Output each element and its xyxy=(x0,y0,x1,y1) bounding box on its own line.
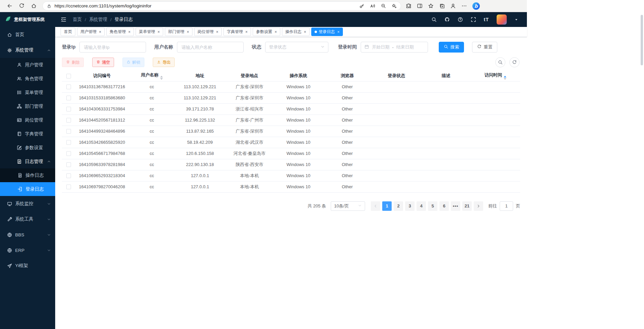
scrollbar-thumb[interactable] xyxy=(641,15,643,65)
page-button-3[interactable]: 3 xyxy=(405,201,415,211)
chevron-down-icon[interactable] xyxy=(514,18,518,22)
add-favorite-icon[interactable] xyxy=(392,3,397,8)
search-icon[interactable] xyxy=(431,17,437,22)
tab-role-management[interactable]: 角色管理× xyxy=(106,28,134,36)
read-aloud-icon[interactable] xyxy=(370,3,375,8)
table-row[interactable]: 1641043063331753984cc39.171.210.78浙江省-绍兴… xyxy=(62,103,520,114)
saved-passwords-icon[interactable] xyxy=(359,3,364,8)
close-icon[interactable]: × xyxy=(128,30,131,34)
table-row[interactable]: 1641031367863177216cc113.102.129.221广东省-… xyxy=(62,81,520,92)
unlock-button[interactable]: 解锁 xyxy=(122,58,144,67)
tab-menu-management[interactable]: 菜单管理× xyxy=(136,28,163,36)
tab-user-management[interactable]: 用户管理× xyxy=(77,28,105,36)
page-button-6[interactable]: 6 xyxy=(439,201,449,211)
row-checkbox[interactable] xyxy=(66,85,71,89)
status-select[interactable]: 登录状态 xyxy=(265,42,328,53)
prev-page-button[interactable] xyxy=(371,201,380,211)
toggle-search-button[interactable] xyxy=(495,57,505,67)
close-icon[interactable]: × xyxy=(157,30,160,34)
goto-page-input[interactable] xyxy=(500,201,513,211)
sidebar-item-post-management[interactable]: 岗位管理 xyxy=(0,113,55,127)
page-size-select[interactable]: 10条/页 xyxy=(331,201,365,211)
login-ip-input[interactable] xyxy=(79,42,146,53)
browser-home-button[interactable] xyxy=(29,1,39,11)
tab-login-log[interactable]: 登录日志× xyxy=(311,28,343,36)
table-row[interactable]: 1641053426655825920cc58.19.42.209湖北省-武汉市… xyxy=(62,137,520,148)
table-row[interactable]: 1641069798270046208cc127.0.0.1本地-本机Windo… xyxy=(62,181,520,192)
sidebar-item-dept-management[interactable]: 部门管理 xyxy=(0,99,55,113)
breadcrumb-item[interactable]: 系统管理 xyxy=(89,17,107,23)
github-icon[interactable] xyxy=(444,17,450,22)
sidebar-item-system-monitor[interactable]: 系统监控 xyxy=(0,196,55,211)
export-button[interactable]: 导出 xyxy=(153,58,175,67)
close-icon[interactable]: × xyxy=(245,30,248,34)
reset-button[interactable]: 重置 xyxy=(472,42,497,53)
site-info-lock-icon[interactable] xyxy=(47,4,51,8)
breadcrumb-item[interactable]: 首页 xyxy=(73,17,82,23)
sidebar-item-system-tools[interactable]: 系统工具 xyxy=(0,211,55,227)
sidebar-item-role-management[interactable]: 角色管理 xyxy=(0,72,55,86)
tab-dept-management[interactable]: 部门管理× xyxy=(165,28,192,36)
close-icon[interactable]: × xyxy=(275,30,277,34)
close-icon[interactable]: × xyxy=(99,30,101,34)
split-screen-icon[interactable] xyxy=(417,3,423,9)
tab-dict-management[interactable]: 字典管理× xyxy=(223,28,251,36)
close-icon[interactable]: × xyxy=(216,30,218,34)
page-button-5[interactable]: 5 xyxy=(428,201,437,211)
select-all-checkbox[interactable] xyxy=(66,74,71,78)
user-avatar[interactable] xyxy=(497,14,507,25)
row-checkbox[interactable] xyxy=(66,118,71,123)
browser-back-button[interactable] xyxy=(4,1,14,11)
sidebar-item-login-log[interactable]: 登录日志 xyxy=(0,182,55,196)
page-button-1[interactable]: 1 xyxy=(382,201,392,211)
favorites-icon[interactable] xyxy=(428,3,434,9)
row-checkbox[interactable] xyxy=(66,151,71,156)
close-icon[interactable]: × xyxy=(337,30,339,34)
table-row[interactable]: 1641069652933218304cc127.0.0.1本地-本机Windo… xyxy=(62,170,520,181)
user-name-input[interactable] xyxy=(177,42,244,53)
row-checkbox[interactable] xyxy=(66,162,71,167)
row-checkbox[interactable] xyxy=(66,129,71,134)
sidebar-item-log-management[interactable]: 日志管理 xyxy=(0,155,55,168)
row-checkbox[interactable] xyxy=(66,173,71,178)
row-checkbox[interactable] xyxy=(66,185,71,189)
sidebar-item-yi-framework[interactable]: Yi框架 xyxy=(0,258,55,273)
sidebar-item-user-management[interactable]: 用户管理 xyxy=(0,58,55,72)
zoom-out-icon[interactable] xyxy=(381,3,386,8)
clear-button[interactable]: 清空 xyxy=(92,58,114,67)
page-button-4[interactable]: 4 xyxy=(417,201,426,211)
close-icon[interactable]: × xyxy=(304,30,306,34)
font-size-icon[interactable]: tT xyxy=(484,17,489,22)
column-header-访问时间[interactable]: 访问时间 xyxy=(471,71,520,81)
row-checkbox[interactable] xyxy=(66,140,71,145)
sidebar-item-dict-management[interactable]: 字典管理 xyxy=(0,127,55,141)
help-icon[interactable] xyxy=(458,17,463,22)
sidebar-item-system-management[interactable]: 系统管理 xyxy=(0,42,55,58)
fullscreen-icon[interactable] xyxy=(471,17,476,22)
tab-post-management[interactable]: 岗位管理× xyxy=(194,28,222,36)
sidebar-item-operation-log[interactable]: 操作日志 xyxy=(0,168,55,182)
page-button-21[interactable]: 21 xyxy=(462,201,472,211)
breadcrumb-item[interactable]: 登录日志 xyxy=(115,17,133,23)
sidebar-item-home[interactable]: 首页 xyxy=(0,27,55,42)
browser-menu-icon[interactable] xyxy=(461,3,467,9)
login-time-range-picker[interactable]: 开始日期 - 结束日期 xyxy=(361,42,428,53)
delete-button[interactable]: 删除 xyxy=(62,58,84,67)
close-icon[interactable]: × xyxy=(187,30,189,34)
url-text[interactable]: https://ccnetcore.com:1101/system/log/lo… xyxy=(55,3,151,8)
browser-profile-icon[interactable] xyxy=(450,3,456,9)
more-pages-button[interactable]: ••• xyxy=(451,201,460,211)
search-button[interactable]: 搜索 xyxy=(439,42,464,53)
sort-carets-icon[interactable] xyxy=(160,76,163,80)
menu-fold-icon[interactable] xyxy=(61,17,67,23)
table-row[interactable]: 1641044520567181312cc112.96.225.132广东省-广… xyxy=(62,114,520,126)
row-checkbox[interactable] xyxy=(66,96,71,100)
sidebar-item-param-settings[interactable]: 参数设置 xyxy=(0,141,55,155)
extensions-icon[interactable] xyxy=(406,3,412,9)
refresh-table-button[interactable] xyxy=(509,57,520,67)
sort-carets-icon[interactable] xyxy=(504,76,506,80)
page-button-2[interactable]: 2 xyxy=(394,201,403,211)
tab-param-settings[interactable]: 参数设置× xyxy=(253,28,280,36)
bing-copilot-icon[interactable]: b xyxy=(472,2,480,10)
next-page-button[interactable] xyxy=(474,201,483,211)
